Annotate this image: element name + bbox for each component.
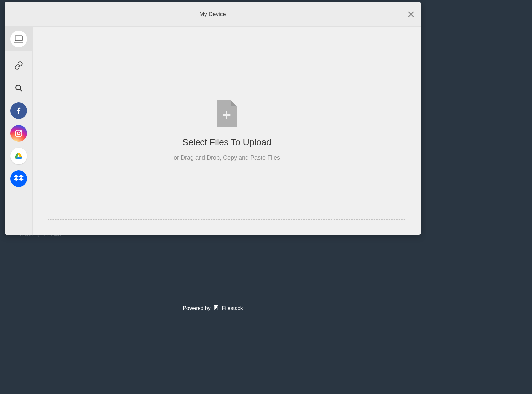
svg-point-7 xyxy=(17,132,20,135)
close-button[interactable] xyxy=(407,10,415,18)
svg-line-5 xyxy=(20,89,22,91)
source-facebook[interactable] xyxy=(10,102,27,119)
dropbox-icon xyxy=(14,174,24,184)
link-icon xyxy=(14,61,23,70)
powered-by-label: Powered by xyxy=(183,305,211,311)
source-link[interactable] xyxy=(10,57,27,74)
brand-label: Filestack xyxy=(222,305,243,311)
footer-attribution: Powered by Filestack xyxy=(0,301,426,315)
source-search[interactable] xyxy=(10,80,27,96)
source-instagram[interactable] xyxy=(10,125,27,142)
filestack-logo-icon xyxy=(213,305,219,312)
svg-point-8 xyxy=(20,131,21,132)
source-sidebar xyxy=(5,27,33,235)
content-area: Select Files To Upload or Drag and Drop,… xyxy=(33,27,421,235)
search-icon xyxy=(14,84,23,92)
file-add-icon xyxy=(217,100,237,128)
file-dropzone[interactable]: Select Files To Upload or Drag and Drop,… xyxy=(48,42,406,220)
file-picker-modal: My Device xyxy=(5,2,421,235)
source-googledrive[interactable] xyxy=(10,148,27,164)
close-icon xyxy=(407,10,415,18)
source-dropbox[interactable] xyxy=(10,170,27,187)
modal-body: Select Files To Upload or Drag and Drop,… xyxy=(5,27,421,235)
dropzone-secondary-text: or Drag and Drop, Copy and Paste Files xyxy=(174,154,280,161)
facebook-icon xyxy=(14,106,23,115)
header-title: My Device xyxy=(200,11,226,18)
google-drive-icon xyxy=(14,152,23,160)
dropzone-primary-text: Select Files To Upload xyxy=(182,137,271,148)
instagram-icon xyxy=(14,129,23,138)
modal-header: My Device xyxy=(5,2,421,27)
svg-rect-3 xyxy=(15,36,22,41)
laptop-icon xyxy=(13,34,24,44)
source-my-device[interactable] xyxy=(5,27,33,51)
